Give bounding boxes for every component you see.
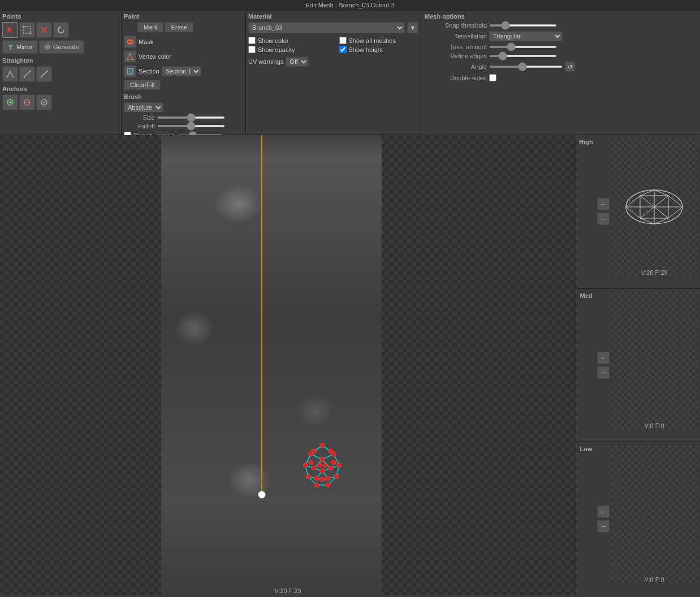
- mesh-options-panel: Mesh options Snap threshold Tessellation…: [421, 11, 700, 135]
- lod-med-preview: V:0 F:0: [611, 291, 698, 431]
- svg-point-24: [127, 59, 128, 60]
- delete-tool-btn[interactable]: [36, 22, 52, 38]
- straighten-curve-btn[interactable]: [36, 66, 52, 82]
- size-label: Size: [124, 114, 155, 121]
- generate-btn[interactable]: Generate: [39, 40, 84, 54]
- lod-high-nav: ← →: [596, 135, 611, 288]
- texture-overlay: [161, 135, 382, 595]
- anchor-point[interactable]: [258, 491, 266, 499]
- mark-btn[interactable]: Mark: [137, 22, 163, 32]
- anchor-edit-btn[interactable]: [36, 94, 52, 110]
- svg-point-60: [303, 463, 308, 468]
- uv-value-select[interactable]: Off On: [286, 57, 309, 67]
- tess-amount-label: Tess. amount: [425, 44, 487, 50]
- anchor-add-btn[interactable]: [2, 94, 18, 110]
- points-tools-row: [2, 22, 119, 38]
- show-height-label: Show height: [349, 46, 383, 53]
- straighten-select-btn[interactable]: [2, 66, 18, 82]
- size-row: Size: [124, 114, 243, 121]
- high-wireframe: [617, 181, 691, 232]
- svg-point-75: [317, 463, 322, 468]
- svg-point-71: [314, 483, 319, 487]
- brush-section: Brush Absolute Relative Size Falloff Opa…: [124, 93, 243, 139]
- viewport[interactable]: V:20 F:29: [0, 135, 576, 595]
- snap-threshold-slider[interactable]: [489, 24, 557, 27]
- angle-row: Angle ↺: [425, 62, 697, 72]
- brush-label: Brush: [124, 93, 243, 100]
- mask-row: Mask: [124, 36, 243, 48]
- select-tool-btn[interactable]: [2, 22, 18, 38]
- abs-dropdown: Absolute Relative: [124, 102, 243, 113]
- tess-amount-slider[interactable]: [489, 46, 557, 48]
- show-color-cb[interactable]: [248, 37, 256, 44]
- lod-high-prev-btn[interactable]: ←: [597, 198, 610, 210]
- snap-threshold-row: Snap threshold: [425, 22, 697, 29]
- lod-low-preview: V:0 F:0: [611, 444, 698, 584]
- erase-btn[interactable]: Erase: [165, 22, 193, 32]
- lod-high-next-btn[interactable]: →: [597, 213, 610, 225]
- show-opacity-cb[interactable]: [248, 46, 256, 53]
- show-all-meshes-cb[interactable]: [339, 37, 347, 44]
- size-slider[interactable]: [157, 116, 225, 119]
- falloff-slider[interactable]: [157, 125, 225, 127]
- lod-med-prev-btn[interactable]: ←: [597, 352, 610, 364]
- lod-med-panel: Med ← → V:0 F:0: [576, 289, 700, 443]
- anchor-delete-btn[interactable]: [19, 94, 35, 110]
- svg-point-2: [30, 33, 32, 34]
- mesh-overlay: [288, 434, 356, 502]
- section-select[interactable]: Section 1 Section 2 Section 3: [162, 66, 201, 76]
- clear-fill-btn[interactable]: Clear/Fill: [124, 80, 161, 90]
- top-toolbar: Points Mirror Generate: [0, 11, 700, 135]
- show-height-cb[interactable]: [339, 46, 347, 53]
- svg-line-90: [654, 207, 668, 218]
- lod-low-next-btn[interactable]: →: [597, 520, 610, 533]
- section-label: Section: [139, 68, 159, 75]
- texture-strip: [161, 135, 382, 595]
- box-select-btn[interactable]: [19, 22, 35, 38]
- svg-point-64: [320, 457, 325, 462]
- svg-point-76: [323, 463, 327, 468]
- lod-med-label: Med: [576, 289, 596, 442]
- svg-line-81: [668, 196, 682, 207]
- svg-point-55: [320, 443, 325, 448]
- viewport-status: V:20 F:29: [274, 587, 301, 594]
- refine-edges-slider[interactable]: [489, 55, 557, 57]
- svg-rect-0: [24, 27, 31, 33]
- tessellation-select[interactable]: Triangular Quad: [489, 31, 563, 41]
- tessellation-row: Tessellation Triangular Quad: [425, 31, 697, 41]
- show-all-meshes-row: Show all meshes: [339, 37, 419, 44]
- vertex-row: Vertex color: [124, 50, 243, 63]
- snap-threshold-label: Snap threshold: [425, 22, 487, 29]
- svg-point-10: [24, 76, 25, 78]
- main-area: V:20 F:29 High ← →: [0, 135, 700, 595]
- uv-row: UV warnings Off On: [248, 57, 418, 67]
- svg-point-66: [306, 474, 310, 479]
- orange-line: [261, 135, 262, 494]
- material-select-row: Branch_03 ▼: [248, 22, 418, 33]
- anchors-label: Anchors: [2, 85, 119, 92]
- angle-slider[interactable]: [489, 66, 563, 68]
- paint-panel: Paint Mark Erase Mask Vertex color Secti…: [122, 11, 246, 135]
- show-opacity-row: Show opacity: [248, 46, 328, 53]
- angle-reset-btn[interactable]: ↺: [565, 62, 575, 72]
- lod-low-prev-btn[interactable]: ←: [597, 505, 610, 518]
- mirror-btn[interactable]: Mirror: [2, 40, 38, 54]
- absolute-select[interactable]: Absolute Relative: [124, 102, 163, 113]
- lod-med-next-btn[interactable]: →: [597, 366, 610, 379]
- section-row: Section Section 1 Section 2 Section 3: [124, 65, 243, 77]
- material-dropdown-btn[interactable]: ▼: [407, 22, 418, 33]
- lod-high-label: High: [576, 135, 596, 288]
- svg-point-72: [326, 483, 330, 487]
- points-label: Points: [2, 13, 119, 20]
- svg-line-78: [626, 196, 640, 207]
- undo-tool-btn[interactable]: [53, 22, 69, 38]
- svg-point-12: [41, 76, 42, 78]
- svg-line-82: [668, 207, 682, 218]
- tessellation-label: Tessellation: [425, 33, 487, 40]
- straighten-line-btn[interactable]: [19, 66, 35, 82]
- material-select[interactable]: Branch_03: [248, 22, 405, 33]
- material-panel: Material Branch_03 ▼ Show color Show all…: [246, 11, 421, 135]
- lod-high-preview: V:20 F:29: [611, 137, 698, 277]
- double-sided-cb[interactable]: [489, 74, 496, 81]
- lod-low-status: V:0 F:0: [611, 576, 698, 583]
